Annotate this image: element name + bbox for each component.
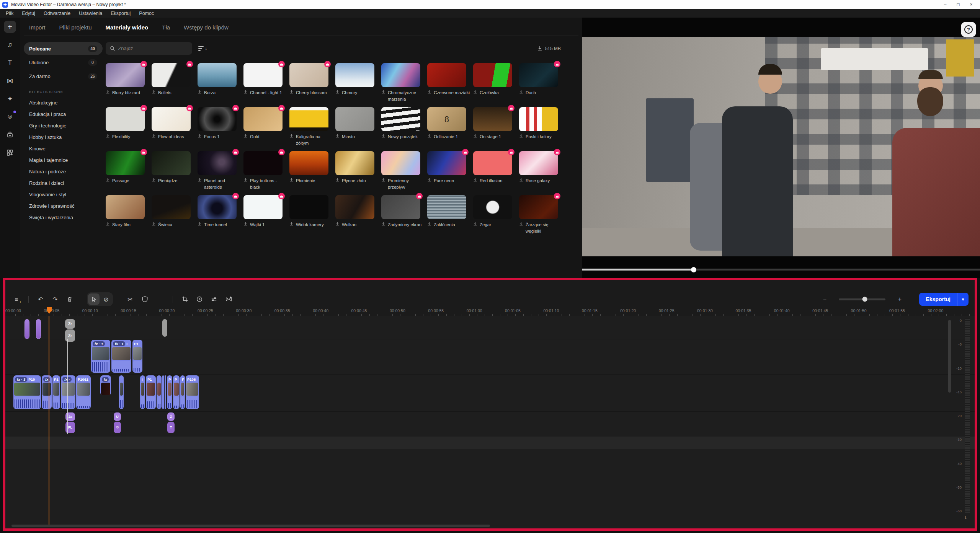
category-item[interactable]: Rodzina i dzieci	[24, 177, 103, 189]
effect-card[interactable]: Red illusion	[473, 151, 516, 195]
video-clip[interactable]: P1061	[76, 375, 91, 409]
effect-card[interactable]: 8 Odliczanie 1	[427, 107, 470, 151]
effect-card[interactable]: Stary film	[106, 195, 149, 239]
title-clip[interactable]: U ©	[114, 412, 121, 433]
effect-card[interactable]: Nowy początek	[381, 107, 424, 151]
stickers-tool-button[interactable]: ☺	[4, 111, 16, 123]
effects-store-button[interactable]	[4, 129, 16, 141]
more-tools-button[interactable]	[4, 147, 16, 159]
select-tool-button[interactable]	[88, 293, 100, 305]
effect-card[interactable]: Paski i kolory	[519, 107, 562, 151]
menu-item[interactable]: Plik	[2, 9, 18, 18]
video-clip[interactable]	[119, 375, 124, 409]
effect-card[interactable]: Chmury	[335, 63, 378, 107]
cut-button[interactable]: ✂	[124, 293, 136, 305]
collection-item[interactable]: Za darmo 26	[24, 70, 103, 83]
effect-card[interactable]: Zakłócenia	[427, 195, 470, 239]
category-item[interactable]: Vlogowanie i styl	[24, 189, 103, 200]
seek-thumb[interactable]	[691, 267, 696, 272]
category-item[interactable]: Święta i wydarzenia	[24, 212, 103, 223]
effect-card[interactable]: Płomienie	[289, 151, 332, 195]
effect-card[interactable]: Czołówka	[473, 63, 516, 107]
category-item[interactable]: Gry i technologie	[24, 120, 103, 131]
effect-card[interactable]: Focus 1	[198, 107, 240, 151]
effect-card[interactable]: Świeca	[152, 195, 194, 239]
crop-button[interactable]	[179, 293, 191, 305]
video-clip[interactable]	[165, 375, 166, 409]
category-item[interactable]: Zdrowie i sprawność	[24, 200, 103, 212]
zoom-in-button[interactable]: +	[894, 293, 905, 305]
media-tab[interactable]: Pliki projektu	[59, 24, 92, 31]
overlay-clip[interactable]	[36, 319, 41, 339]
effect-card[interactable]: Widok kamery	[289, 195, 332, 239]
category-item[interactable]: Kinowe	[24, 143, 103, 154]
video-clip[interactable]: fx	[42, 375, 52, 409]
video-clip[interactable]: P1	[52, 375, 60, 409]
search-field[interactable]	[118, 46, 188, 51]
video-clip[interactable]: fx · 1	[91, 340, 110, 373]
category-item[interactable]: Natura i podróże	[24, 166, 103, 177]
effects-tool-button[interactable]: ✦	[4, 93, 16, 105]
title-clip[interactable]: Ja FL	[65, 412, 75, 433]
media-tab[interactable]: Tła	[162, 24, 170, 31]
effect-card[interactable]: Flow of ideas	[152, 107, 194, 151]
effect-card[interactable]: Wulkan	[335, 195, 378, 239]
effect-card[interactable]: Play buttons - black	[243, 151, 286, 195]
collection-item[interactable]: Polecane 40	[24, 42, 103, 55]
category-item[interactable]: Abstrakcyjne	[24, 97, 103, 108]
export-dropdown[interactable]: ▾	[957, 293, 969, 306]
video-clip[interactable]: P106	[186, 375, 199, 409]
video-clip[interactable]: P	[167, 375, 172, 409]
redo-button[interactable]: ↷	[49, 293, 61, 305]
effect-card[interactable]: Płynne złoto	[335, 151, 378, 195]
effect-card[interactable]: Burza	[198, 63, 240, 107]
sort-button[interactable]: ↓	[198, 46, 207, 51]
video-clip[interactable]: I	[140, 375, 145, 409]
linked-title-clip[interactable]: Zr Zr	[65, 319, 75, 342]
export-label[interactable]: Eksportuj	[919, 296, 957, 302]
overlay-clip[interactable]	[24, 319, 29, 339]
delete-button[interactable]	[64, 293, 75, 305]
timeline-ruler[interactable]: 00:00:0000:00:0500:00:1000:00:1500:00:20…	[5, 306, 975, 316]
video-clip[interactable]	[162, 375, 164, 409]
effect-card[interactable]: Pieniądze	[152, 151, 194, 195]
search-input[interactable]	[106, 42, 192, 55]
menu-item[interactable]: Pomoc	[135, 9, 158, 18]
effect-card[interactable]: Żarzące się węgielki	[519, 195, 562, 239]
effect-card[interactable]: Time tunnel	[198, 195, 240, 239]
undo-button[interactable]: ↶	[35, 293, 46, 305]
effect-card[interactable]: Chromatyczne marzenia	[381, 63, 424, 107]
timeline-horizontal-scrollbar[interactable]	[11, 525, 490, 527]
effect-card[interactable]: Zadymiony ekran	[381, 195, 424, 239]
color-adjustments-button[interactable]	[208, 293, 220, 305]
video-clip[interactable]: fx ·	[61, 375, 75, 409]
zoom-out-button[interactable]: −	[819, 293, 830, 305]
minimize-button[interactable]: –	[939, 0, 952, 9]
timeline-zoom-slider[interactable]	[839, 298, 885, 300]
menu-item[interactable]: Edytuj	[18, 9, 39, 18]
playhead-line[interactable]	[49, 316, 49, 526]
video-clip[interactable]: P1	[146, 375, 156, 409]
effect-card[interactable]: Miasto	[335, 107, 378, 151]
effect-card[interactable]: Duch	[519, 63, 562, 107]
video-clip[interactable]: P	[173, 375, 180, 409]
video-clip[interactable]	[157, 375, 162, 409]
menu-item[interactable]: Ustawienia	[75, 9, 106, 18]
effect-card[interactable]: Gold	[243, 107, 286, 151]
video-clip[interactable]: fx	[100, 375, 111, 395]
category-item[interactable]: Edukacja i praca	[24, 108, 103, 120]
help-button[interactable]: ?	[961, 22, 976, 37]
add-media-button[interactable]: +	[4, 21, 16, 33]
close-button[interactable]: ×	[965, 0, 978, 9]
scene-detection-button[interactable]	[223, 293, 234, 305]
collection-item[interactable]: Ulubione 0	[24, 56, 103, 69]
video-clip[interactable]: fx · 3 P10	[13, 375, 41, 409]
export-button[interactable]: Eksportuj ▾	[919, 293, 969, 306]
effect-card[interactable]: Rose galaxy	[519, 151, 562, 195]
effect-card[interactable]: Pure neon	[427, 151, 470, 195]
clip-speed-button[interactable]	[194, 293, 205, 305]
zoom-slider-thumb[interactable]	[862, 297, 867, 302]
effect-card[interactable]: Zegar	[473, 195, 516, 239]
video-clip[interactable]: P1	[132, 340, 142, 373]
transitions-tool-button[interactable]: ⋈	[4, 75, 16, 87]
